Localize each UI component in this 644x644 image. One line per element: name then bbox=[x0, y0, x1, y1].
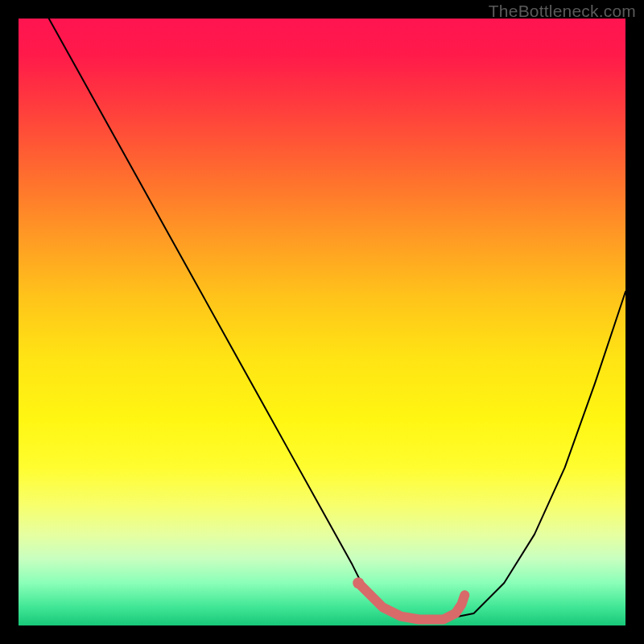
chart-plot-area bbox=[19, 19, 625, 625]
series-optimal-range bbox=[358, 583, 464, 619]
marker-dot bbox=[353, 577, 364, 588]
curve-layer bbox=[49, 19, 625, 619]
series-bottleneck-curve bbox=[49, 19, 625, 619]
chart-svg bbox=[19, 19, 625, 625]
watermark-text: TheBottleneck.com bbox=[489, 2, 636, 21]
